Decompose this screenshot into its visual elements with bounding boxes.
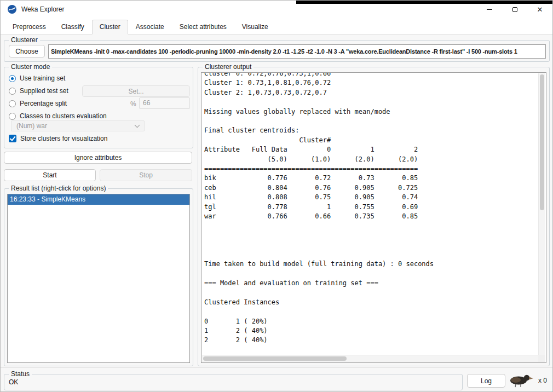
- percentage-split-option[interactable]: Percentage split: [9, 99, 67, 108]
- tab-visualize[interactable]: Visualize: [234, 20, 276, 34]
- tab-select-attributes[interactable]: Select attributes: [172, 20, 234, 34]
- percentage-split-label: Percentage split: [20, 100, 67, 107]
- cluster-mode-group: Cluster mode Use training set Supplied t…: [4, 67, 193, 148]
- status-group-label: Status: [9, 370, 32, 378]
- weka-bird-count: x 0: [538, 377, 547, 384]
- clusterer-group-label: Clusterer: [9, 36, 40, 44]
- weka-explorer-window: { "colors": { "selection": "#3474b4", "a…: [0, 0, 553, 392]
- ignore-attributes-button[interactable]: Ignore attributes: [4, 152, 192, 164]
- stop-button[interactable]: Stop: [100, 169, 192, 181]
- result-list-group: Result list (right-click for options) 16…: [4, 188, 193, 366]
- minimize-icon: [487, 9, 492, 10]
- class-attribute-value: (Num) war: [16, 122, 47, 130]
- choose-button[interactable]: Choose: [9, 45, 45, 57]
- tab-cluster[interactable]: Cluster: [92, 20, 128, 34]
- percentage-split-field[interactable]: 66: [139, 97, 190, 109]
- supplied-test-set-radio[interactable]: [9, 88, 16, 95]
- log-button[interactable]: Log: [467, 374, 505, 388]
- close-icon: ✕: [537, 6, 543, 13]
- clusterer-output-area[interactable]: Cluster 0: 0.72,0.76,0.73,1,0.66 Cluster…: [201, 72, 546, 363]
- use-training-set-label: Use training set: [20, 74, 65, 82]
- clusterer-output-group: Clusterer output Cluster 0: 0.72,0.76,0.…: [198, 67, 550, 366]
- percentage-split-radio[interactable]: [9, 100, 16, 107]
- result-list-item[interactable]: 16:23:33 - SimpleKMeans: [8, 194, 189, 205]
- classes-to-clusters-option[interactable]: Classes to clusters evaluation: [9, 112, 107, 120]
- horizontal-scrollbar-thumb[interactable]: [203, 356, 347, 361]
- clusterer-output-text: Cluster 0: 0.72,0.76,0.73,1,0.66 Cluster…: [204, 72, 434, 345]
- weka-logo-icon: [7, 4, 17, 14]
- tab-preprocess[interactable]: Preprocess: [5, 20, 54, 34]
- tab-associate[interactable]: Associate: [128, 20, 172, 34]
- use-training-set-option[interactable]: Use training set: [9, 74, 65, 83]
- classes-to-clusters-radio[interactable]: [9, 113, 16, 120]
- store-clusters-option[interactable]: Store clusters for visualization: [9, 134, 107, 143]
- store-clusters-checkbox[interactable]: [9, 135, 16, 142]
- chevron-down-icon: [135, 122, 140, 128]
- supplied-test-set-label: Supplied test set: [20, 87, 68, 95]
- clusterer-output-group-label: Clusterer output: [203, 63, 254, 71]
- class-attribute-dropdown[interactable]: (Num) war: [11, 120, 145, 131]
- window-title: Weka Explorer: [21, 1, 64, 18]
- status-value: OK: [9, 378, 18, 387]
- status-group: Status OK: [4, 374, 463, 390]
- screen-capture-artifact-strip: [296, 1, 553, 4]
- clusterer-group: Clusterer Choose SimpleKMeans -init 0 -m…: [4, 40, 550, 62]
- tab-classify[interactable]: Classify: [54, 20, 92, 34]
- percent-symbol-label: %: [130, 100, 136, 108]
- clusterer-config-field[interactable]: SimpleKMeans -init 0 -max-candidates 100…: [48, 44, 546, 59]
- store-clusters-label: Store clusters for visualization: [20, 135, 107, 142]
- result-list-group-label: Result list (right-click for options): [9, 185, 108, 193]
- cluster-mode-group-label: Cluster mode: [9, 63, 52, 71]
- main-tab-bar: Preprocess Classify Cluster Associate Se…: [1, 18, 552, 34]
- status-bar: Status OK Log x 0: [1, 367, 552, 392]
- start-button[interactable]: Start: [4, 169, 96, 181]
- set-test-set-button[interactable]: Set...: [82, 85, 190, 97]
- weka-bird-icon: [508, 372, 535, 390]
- horizontal-scrollbar[interactable]: [202, 355, 538, 362]
- result-list[interactable]: 16:23:33 - SimpleKMeans: [7, 194, 190, 363]
- use-training-set-radio[interactable]: [9, 75, 16, 82]
- maximize-icon: [512, 7, 517, 12]
- classes-to-clusters-label: Classes to clusters evaluation: [20, 112, 107, 120]
- vertical-scrollbar[interactable]: [538, 73, 545, 355]
- vertical-scrollbar-thumb[interactable]: [540, 74, 544, 210]
- scrollbar-corner: [538, 355, 545, 362]
- supplied-test-set-option[interactable]: Supplied test set: [9, 87, 68, 95]
